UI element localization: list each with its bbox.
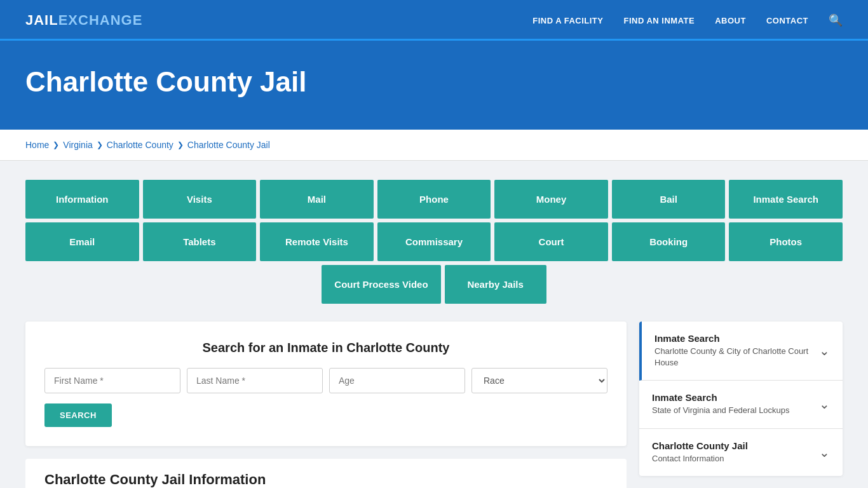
logo-exchange: EXCHANGE bbox=[58, 12, 143, 29]
search-title: Search for an Inmate in Charlotte County bbox=[44, 341, 607, 355]
page-title: Charlotte County Jail bbox=[25, 66, 843, 98]
right-column: Inmate Search Charlotte County & City of… bbox=[639, 322, 843, 476]
race-select[interactable]: Race White Black Hispanic Asian Other bbox=[471, 368, 607, 393]
btn-visits[interactable]: Visits bbox=[143, 180, 257, 219]
sidebar-item-contact-text: Charlotte County Jail Contact Informatio… bbox=[652, 440, 748, 464]
btn-court-process-video[interactable]: Court Process Video bbox=[322, 265, 440, 304]
breadcrumb-sep-2: ❯ bbox=[97, 140, 103, 149]
chevron-down-icon: ⌄ bbox=[819, 343, 830, 358]
sidebar-item-charlotte-title: Inmate Search bbox=[654, 333, 813, 344]
info-section: Charlotte County Jail Information bbox=[25, 459, 627, 488]
two-col-layout: Search for an Inmate in Charlotte County… bbox=[25, 322, 843, 488]
nav-about[interactable]: ABOUT bbox=[715, 16, 746, 25]
nav-buttons-row3: Court Process Video Nearby Jails bbox=[25, 265, 843, 304]
nav-buttons-row2: Email Tablets Remote Visits Commissary C… bbox=[25, 222, 843, 261]
nav-links: FIND A FACILITY FIND AN INMATE ABOUT CON… bbox=[532, 13, 843, 27]
nav-find-facility[interactable]: FIND A FACILITY bbox=[532, 16, 603, 25]
sidebar-card: Inmate Search Charlotte County & City of… bbox=[639, 322, 843, 476]
breadcrumb-bar: Home ❯ Virginia ❯ Charlotte County ❯ Cha… bbox=[0, 130, 868, 161]
sidebar-item-virginia-text: Inmate Search State of Virginia and Fede… bbox=[652, 392, 790, 416]
search-button[interactable]: SEARCH bbox=[44, 403, 112, 427]
breadcrumb: Home ❯ Virginia ❯ Charlotte County ❯ Cha… bbox=[25, 140, 843, 150]
breadcrumb-sep-3: ❯ bbox=[177, 140, 184, 149]
sidebar-item-contact-subtitle: Contact Information bbox=[652, 453, 748, 464]
sidebar-item-virginia[interactable]: Inmate Search State of Virginia and Fede… bbox=[639, 381, 843, 428]
btn-mail[interactable]: Mail bbox=[260, 180, 374, 219]
btn-inmate-search[interactable]: Inmate Search bbox=[729, 180, 843, 219]
btn-photos[interactable]: Photos bbox=[729, 222, 843, 261]
sidebar-item-virginia-subtitle: State of Virginia and Federal Lockups bbox=[652, 405, 790, 416]
breadcrumb-home[interactable]: Home bbox=[25, 140, 49, 150]
breadcrumb-charlotte-county[interactable]: Charlotte County bbox=[107, 140, 173, 150]
sidebar-item-contact[interactable]: Charlotte County Jail Contact Informatio… bbox=[639, 429, 843, 476]
chevron-down-icon-3: ⌄ bbox=[819, 445, 830, 460]
btn-tablets[interactable]: Tablets bbox=[143, 222, 257, 261]
breadcrumb-sep-1: ❯ bbox=[53, 140, 59, 149]
info-title: Charlotte County Jail Information bbox=[25, 459, 627, 488]
btn-email[interactable]: Email bbox=[25, 222, 139, 261]
search-form-row: Race White Black Hispanic Asian Other bbox=[44, 368, 607, 393]
breadcrumb-jail[interactable]: Charlotte County Jail bbox=[187, 140, 270, 150]
btn-nearby-jails[interactable]: Nearby Jails bbox=[445, 265, 546, 304]
site-logo[interactable]: JAILEXCHANGE bbox=[25, 12, 142, 29]
btn-information[interactable]: Information bbox=[25, 180, 139, 219]
hero-section: Charlotte County Jail bbox=[0, 41, 868, 130]
first-name-input[interactable] bbox=[44, 368, 180, 393]
sidebar-item-virginia-title: Inmate Search bbox=[652, 392, 790, 403]
logo-jail: JAIL bbox=[25, 12, 58, 29]
sidebar-item-charlotte-subtitle: Charlotte County & City of Charlotte Cou… bbox=[654, 346, 813, 369]
btn-bail[interactable]: Bail bbox=[612, 180, 726, 219]
nav-buttons-row1: Information Visits Mail Phone Money Bail… bbox=[25, 180, 843, 219]
left-column: Search for an Inmate in Charlotte County… bbox=[25, 322, 627, 488]
main-area: Information Visits Mail Phone Money Bail… bbox=[0, 161, 868, 488]
last-name-input[interactable] bbox=[187, 368, 323, 393]
btn-court[interactable]: Court bbox=[494, 222, 608, 261]
chevron-down-icon-2: ⌄ bbox=[819, 396, 830, 412]
nav-contact[interactable]: CONTACT bbox=[766, 16, 808, 25]
breadcrumb-virginia[interactable]: Virginia bbox=[63, 140, 92, 150]
nav-find-inmate[interactable]: FIND AN INMATE bbox=[623, 16, 695, 25]
sidebar-item-charlotte-text: Inmate Search Charlotte County & City of… bbox=[654, 333, 813, 369]
btn-commissary[interactable]: Commissary bbox=[377, 222, 491, 261]
sidebar-item-charlotte[interactable]: Inmate Search Charlotte County & City of… bbox=[639, 322, 843, 381]
sidebar-item-contact-title: Charlotte County Jail bbox=[652, 440, 748, 451]
btn-phone[interactable]: Phone bbox=[377, 180, 491, 219]
btn-remote-visits[interactable]: Remote Visits bbox=[260, 222, 374, 261]
btn-booking[interactable]: Booking bbox=[612, 222, 726, 261]
navbar: JAILEXCHANGE FIND A FACILITY FIND AN INM… bbox=[0, 0, 868, 41]
search-card: Search for an Inmate in Charlotte County… bbox=[25, 322, 627, 446]
btn-money[interactable]: Money bbox=[494, 180, 608, 219]
age-input[interactable] bbox=[329, 368, 465, 393]
search-icon[interactable]: 🔍 bbox=[829, 13, 843, 27]
